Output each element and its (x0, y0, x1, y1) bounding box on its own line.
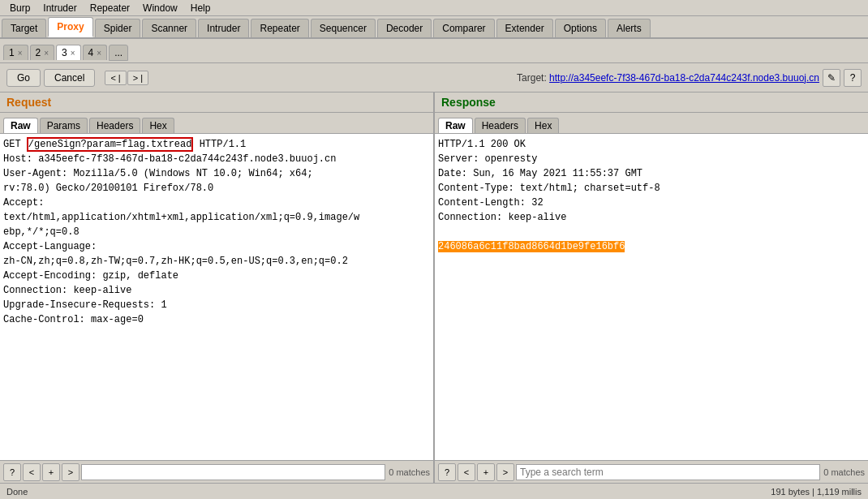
response-tabs: Raw Headers Hex (435, 113, 868, 134)
help-icon-button[interactable]: ? (844, 69, 862, 87)
response-search-next-plus[interactable]: + (477, 463, 495, 481)
tab-alerts[interactable]: Alerts (608, 19, 651, 37)
menu-repeater[interactable]: Repeater (84, 2, 136, 14)
sub-tab-more[interactable]: ... (109, 45, 128, 61)
sub-tab-bar: 1 × 2 × 3 × 4 × ... (0, 39, 868, 63)
request-content: GET /geneSign?param=flag.txtread HTTP/1.… (0, 134, 433, 460)
request-tab-raw[interactable]: Raw (3, 118, 38, 133)
response-search-help[interactable]: ? (438, 463, 456, 481)
menu-intruder[interactable]: Intruder (37, 2, 83, 14)
request-match-count: 0 matches (389, 467, 430, 477)
main-area: Request Raw Params Headers Hex GET /gene… (0, 92, 868, 483)
tab-target[interactable]: Target (2, 19, 46, 37)
request-search-next-plus[interactable]: + (42, 463, 60, 481)
request-title: Request (0, 92, 433, 113)
response-flag-value: 246086a6c11f8bad8664d1be9fe16bf6 (438, 241, 625, 252)
response-tab-raw[interactable]: Raw (438, 118, 473, 133)
toolbar: Go Cancel < | > | Target: http://a345eef… (0, 63, 868, 92)
sub-tab-1-close[interactable]: × (18, 49, 23, 58)
request-search-input[interactable] (81, 464, 385, 480)
tab-decoder[interactable]: Decoder (377, 19, 432, 37)
request-tabs: Raw Params Headers Hex (0, 113, 433, 134)
request-highlighted-path: /geneSign?param=flag.txtread (27, 137, 194, 152)
go-button[interactable]: Go (6, 69, 41, 87)
response-search-next[interactable]: > (496, 463, 514, 481)
sub-tab-3-close[interactable]: × (71, 49, 75, 58)
response-search-prev[interactable]: < (458, 463, 475, 481)
target-label: Target: http://a345eefc-7f38-467d-ba18-c… (517, 72, 819, 84)
response-panel: Response Raw Headers Hex HTTP/1.1 200 OK… (435, 92, 868, 483)
sub-tab-3[interactable]: 3 × (56, 45, 81, 60)
response-title: Response (435, 92, 868, 113)
response-search-input[interactable] (516, 464, 820, 480)
tab-scanner[interactable]: Scanner (142, 19, 196, 37)
request-tab-params[interactable]: Params (40, 118, 88, 133)
nav-back-button[interactable]: < | (105, 71, 126, 85)
status-right: 191 bytes | 1,119 millis (771, 487, 862, 497)
tab-spider[interactable]: Spider (95, 19, 141, 37)
top-tab-bar: Target Proxy Spider Scanner Intruder Rep… (0, 16, 868, 39)
sub-tab-1[interactable]: 1 × (3, 45, 28, 60)
nav-fwd-button[interactable]: > | (127, 71, 148, 85)
response-search-bar: ? < + > 0 matches (435, 460, 868, 483)
request-search-next[interactable]: > (62, 463, 79, 481)
sub-tab-4-close[interactable]: × (97, 49, 101, 58)
response-match-count: 0 matches (823, 467, 865, 477)
menu-bar: Burp Intruder Repeater Window Help (0, 0, 868, 16)
tab-extender[interactable]: Extender (496, 19, 553, 37)
menu-window[interactable]: Window (136, 2, 184, 14)
sub-tab-4[interactable]: 4 × (83, 45, 108, 60)
request-tab-hex[interactable]: Hex (142, 118, 174, 133)
menu-burp[interactable]: Burp (3, 2, 37, 14)
request-panel: Request Raw Params Headers Hex GET /gene… (0, 92, 435, 483)
tab-options[interactable]: Options (555, 19, 606, 37)
request-search-prev[interactable]: < (23, 463, 41, 481)
tab-repeater[interactable]: Repeater (251, 19, 308, 37)
edit-icon-button[interactable]: ✎ (823, 69, 840, 87)
response-content: HTTP/1.1 200 OK Server: openresty Date: … (435, 134, 868, 460)
tab-proxy[interactable]: Proxy (48, 17, 92, 37)
request-search-bar: ? < + > 0 matches (0, 460, 433, 483)
status-left: Done (6, 487, 771, 497)
menu-help[interactable]: Help (184, 2, 217, 14)
tab-comparer[interactable]: Comparer (433, 19, 494, 37)
response-tab-hex[interactable]: Hex (527, 118, 559, 133)
tab-intruder[interactable]: Intruder (198, 19, 249, 37)
request-tab-headers[interactable]: Headers (89, 118, 140, 133)
target-url[interactable]: http://a345eefc-7f38-467d-ba18-c2da744c2… (549, 72, 819, 84)
tab-sequencer[interactable]: Sequencer (311, 19, 376, 37)
sub-tab-2-close[interactable]: × (44, 49, 49, 58)
sub-tab-2[interactable]: 2 × (30, 45, 55, 60)
request-search-help[interactable]: ? (3, 463, 21, 481)
cancel-button[interactable]: Cancel (44, 69, 95, 87)
response-tab-headers[interactable]: Headers (475, 118, 526, 133)
status-bar: Done 191 bytes | 1,119 millis (0, 483, 868, 499)
